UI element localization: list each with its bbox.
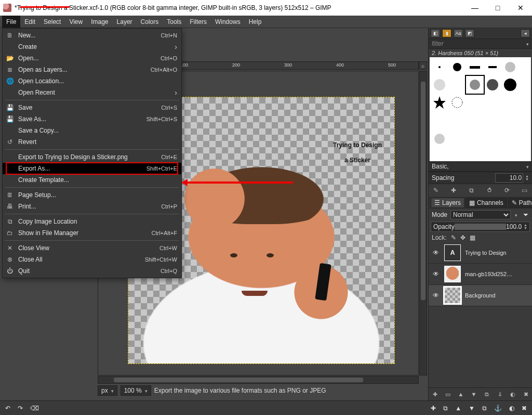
anchor-icon[interactable]: ⚓ bbox=[494, 405, 502, 412]
close-window-button[interactable]: ✕ bbox=[509, 0, 532, 16]
brush-swatch[interactable] bbox=[448, 58, 466, 76]
new-layer-icon[interactable]: ✚ bbox=[431, 390, 439, 398]
file-menu-save[interactable]: 💾SaveCtrl+S bbox=[3, 102, 181, 113]
visibility-toggle-icon[interactable]: 👁 bbox=[432, 249, 440, 256]
file-menu-print[interactable]: 🖶Print...Ctrl+P bbox=[3, 201, 181, 212]
lower-layer-icon[interactable]: ▼ bbox=[470, 390, 478, 398]
dock-menu-icon[interactable]: ◂ bbox=[521, 29, 530, 37]
menu-help[interactable]: Help bbox=[245, 16, 266, 28]
layer-thumbnail[interactable] bbox=[444, 266, 461, 282]
edit-brush-icon[interactable]: ✎ bbox=[432, 186, 440, 194]
file-menu-create[interactable]: Create bbox=[3, 41, 181, 53]
brush-swatch[interactable] bbox=[431, 94, 448, 111]
file-menu-close-view[interactable]: ✕Close ViewCtrl+W bbox=[3, 242, 181, 254]
mask-icon[interactable]: ◐ bbox=[509, 405, 514, 412]
menu-windows[interactable]: Windows bbox=[211, 16, 245, 28]
menu-view[interactable]: View bbox=[65, 16, 87, 28]
brush-spacing[interactable]: Spacing ▲▼ bbox=[429, 172, 532, 184]
opacity-slider[interactable]: Opacity 100.0 ▲▼ bbox=[431, 222, 530, 232]
mask-icon[interactable]: ◐ bbox=[509, 390, 517, 398]
file-menu-export-as[interactable]: Export As...Shift+Ctrl+E bbox=[3, 163, 181, 174]
layer-name[interactable]: Trying to Design bbox=[465, 250, 529, 256]
new-brush-icon[interactable]: ✚ bbox=[449, 186, 458, 194]
layer-thumbnail[interactable]: A bbox=[444, 244, 461, 261]
file-menu-show-in-file-manager[interactable]: 🗀Show in File ManagerCtrl+Alt+F bbox=[3, 227, 181, 239]
brush-swatch-selected[interactable] bbox=[466, 76, 484, 94]
raise-icon[interactable]: ▲ bbox=[455, 405, 461, 412]
tab-layers[interactable]: ☰Layers bbox=[431, 198, 464, 208]
menu-edit[interactable]: Edit bbox=[20, 16, 39, 28]
delete-layer-icon[interactable]: ✖ bbox=[522, 390, 530, 398]
file-menu-copy-image-location[interactable]: ⧉Copy Image Location bbox=[3, 216, 181, 227]
maximize-button[interactable]: □ bbox=[486, 0, 509, 16]
new-layer-icon[interactable]: ✚ bbox=[431, 405, 436, 412]
undo-icon[interactable]: ↶ bbox=[5, 405, 10, 412]
brush-filter[interactable]: filter bbox=[429, 38, 532, 49]
trash-icon[interactable]: ✖ bbox=[522, 405, 527, 412]
brush-grid[interactable] bbox=[430, 57, 531, 161]
menu-layer[interactable]: Layer bbox=[113, 16, 137, 28]
file-menu-open-recent[interactable]: Open Recent bbox=[3, 87, 181, 98]
file-menu-open[interactable]: 📂Open...Ctrl+O bbox=[3, 53, 181, 64]
spinner-icon[interactable]: ▲▼ bbox=[525, 175, 529, 181]
file-menu-create-template[interactable]: Create Template... bbox=[3, 174, 181, 186]
scrollbar-vertical[interactable] bbox=[419, 71, 427, 375]
tab-paths[interactable]: ✎Paths bbox=[508, 198, 532, 208]
lock-pixels-icon[interactable]: ✎ bbox=[451, 234, 456, 241]
refresh-brush-icon[interactable]: ⟳ bbox=[503, 186, 511, 194]
menu-colors[interactable]: Colors bbox=[137, 16, 163, 28]
merge-down-icon[interactable]: ⇓ bbox=[496, 390, 504, 398]
open-brush-icon[interactable]: ▭ bbox=[521, 186, 529, 194]
file-menu-quit[interactable]: ⏻QuitCtrl+Q bbox=[3, 265, 181, 277]
brush-preset-combo[interactable]: Basic, bbox=[429, 161, 532, 172]
delete-brush-icon[interactable]: ⥀ bbox=[485, 186, 494, 194]
visibility-toggle-icon[interactable]: 👁 bbox=[432, 292, 440, 299]
zoom-combo[interactable]: 100 % bbox=[121, 385, 151, 396]
lower-icon[interactable]: ▼ bbox=[469, 405, 475, 412]
brush-swatch[interactable] bbox=[431, 76, 448, 94]
mode-select[interactable]: Normal bbox=[450, 210, 511, 219]
layer-item-selected[interactable]: 👁 Background bbox=[429, 285, 532, 306]
menu-tools[interactable]: Tools bbox=[163, 16, 185, 28]
raise-layer-icon[interactable]: ▲ bbox=[457, 390, 465, 398]
redo-icon[interactable]: ↷ bbox=[18, 405, 23, 412]
menu-select[interactable]: Select bbox=[39, 16, 65, 28]
canvas-text-layer[interactable]: Trying to Design a Sticker bbox=[333, 136, 382, 166]
lock-position-icon[interactable]: ✥ bbox=[460, 234, 466, 241]
scrollbar-thumb[interactable] bbox=[114, 378, 363, 382]
file-menu-export-to-trying-to-design-a-sticker-png[interactable]: Export to Trying to Design a Sticker.png… bbox=[3, 151, 181, 163]
duplicate-icon[interactable]: ⧉ bbox=[443, 405, 448, 412]
file-menu-save-as[interactable]: 💾Save As...Shift+Ctrl+S bbox=[3, 113, 181, 125]
tab-channels[interactable]: ▦Channels bbox=[466, 198, 507, 208]
layer-item[interactable]: 👁 A Trying to Design bbox=[429, 242, 532, 264]
unit-combo[interactable]: px bbox=[98, 385, 117, 396]
spacing-input[interactable] bbox=[495, 173, 523, 183]
file-menu-page-setup[interactable]: 🗏Page Setup... bbox=[3, 189, 181, 201]
file-menu-open-as-layers[interactable]: ≣Open as Layers...Ctrl+Alt+O bbox=[3, 64, 181, 75]
file-menu-open-location[interactable]: 🌐Open Location... bbox=[3, 75, 181, 87]
layer-name[interactable]: man-gb193d252… bbox=[465, 271, 529, 277]
brush-swatch[interactable] bbox=[501, 58, 519, 76]
layer-thumbnail[interactable] bbox=[444, 287, 461, 304]
scrollbar-horizontal[interactable] bbox=[98, 376, 419, 384]
visibility-toggle-icon[interactable]: 👁 bbox=[432, 270, 440, 278]
duplicate-brush-icon[interactable]: ⧉ bbox=[467, 186, 475, 194]
brush-swatch[interactable] bbox=[448, 94, 466, 111]
file-menu-close-all[interactable]: ⊗Close AllShift+Ctrl+W bbox=[3, 254, 181, 265]
file-menu-revert[interactable]: ↺Revert bbox=[3, 136, 181, 148]
clone-icon[interactable]: ⧉ bbox=[482, 405, 487, 412]
brush-swatch[interactable] bbox=[431, 58, 448, 76]
file-menu-new[interactable]: 🗎New...Ctrl+N bbox=[3, 30, 181, 41]
brush-swatch[interactable] bbox=[431, 130, 448, 148]
scrollbar-thumb[interactable] bbox=[421, 82, 425, 300]
ruler-nav-icon[interactable]: ⌕ bbox=[419, 61, 427, 70]
brush-swatch[interactable] bbox=[466, 58, 484, 76]
tab-patterns-icon[interactable]: ◧ bbox=[431, 29, 440, 37]
layer-name[interactable]: Background bbox=[465, 292, 529, 299]
erase-icon[interactable]: ⌫ bbox=[30, 405, 39, 412]
minimize-button[interactable]: — bbox=[463, 0, 486, 16]
tab-brushes-icon[interactable]: ▮ bbox=[442, 29, 451, 37]
opacity-bar[interactable] bbox=[455, 224, 506, 230]
duplicate-layer-icon[interactable]: ⧉ bbox=[483, 390, 491, 398]
layer-item[interactable]: 👁 man-gb193d252… bbox=[429, 264, 532, 285]
